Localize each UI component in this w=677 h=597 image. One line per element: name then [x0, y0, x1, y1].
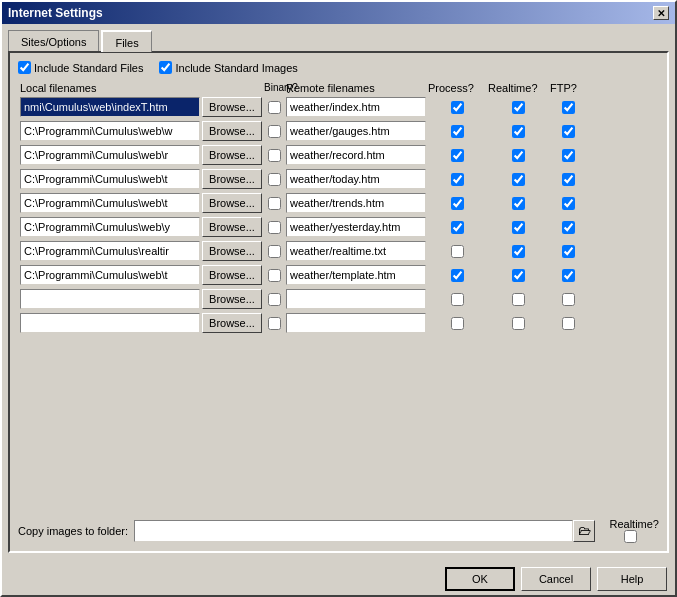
local-filename-input[interactable]	[20, 121, 200, 141]
browse-button[interactable]: Browse...	[202, 121, 262, 141]
include-standard-files-checkbox[interactable]	[18, 61, 31, 74]
realtime-checkbox[interactable]	[512, 293, 525, 306]
remote-filename-input[interactable]	[286, 313, 426, 333]
browse-button[interactable]: Browse...	[202, 193, 262, 213]
binary-cell	[264, 293, 284, 306]
process-cell	[428, 293, 486, 306]
browse-button[interactable]: Browse...	[202, 169, 262, 189]
close-button[interactable]: ✕	[653, 6, 669, 20]
binary-checkbox[interactable]	[268, 245, 281, 258]
process-checkbox[interactable]	[451, 221, 464, 234]
local-filename-input[interactable]	[20, 289, 200, 309]
ftp-checkbox[interactable]	[562, 221, 575, 234]
realtime-checkbox[interactable]	[512, 173, 525, 186]
cancel-button[interactable]: Cancel	[521, 567, 591, 591]
browse-button[interactable]: Browse...	[202, 265, 262, 285]
binary-checkbox[interactable]	[268, 317, 281, 330]
process-checkbox[interactable]	[451, 269, 464, 282]
process-checkbox[interactable]	[451, 293, 464, 306]
ftp-checkbox[interactable]	[562, 245, 575, 258]
ftp-checkbox[interactable]	[562, 173, 575, 186]
browse-button[interactable]: Browse...	[202, 313, 262, 333]
binary-checkbox[interactable]	[268, 197, 281, 210]
binary-checkbox[interactable]	[268, 173, 281, 186]
realtime-checkbox[interactable]	[512, 269, 525, 282]
help-button[interactable]: Help	[597, 567, 667, 591]
folder-browse-button[interactable]: 🗁	[573, 520, 595, 542]
process-cell	[428, 269, 486, 282]
ftp-checkbox[interactable]	[562, 293, 575, 306]
remote-filename-input[interactable]	[286, 217, 426, 237]
ftp-cell	[550, 125, 586, 138]
local-filename-input[interactable]	[20, 241, 200, 261]
copy-images-label: Copy images to folder:	[18, 525, 128, 537]
binary-checkbox[interactable]	[268, 221, 281, 234]
process-checkbox[interactable]	[451, 317, 464, 330]
binary-checkbox[interactable]	[268, 125, 281, 138]
binary-checkbox[interactable]	[268, 269, 281, 282]
local-filename-input[interactable]	[20, 265, 200, 285]
realtime-checkbox[interactable]	[512, 317, 525, 330]
ftp-checkbox[interactable]	[562, 197, 575, 210]
browse-button[interactable]: Browse...	[202, 289, 262, 309]
process-checkbox[interactable]	[451, 197, 464, 210]
ftp-checkbox[interactable]	[562, 269, 575, 282]
realtime-checkbox[interactable]	[512, 221, 525, 234]
process-checkbox[interactable]	[451, 125, 464, 138]
local-filename-input[interactable]	[20, 313, 200, 333]
process-cell	[428, 317, 486, 330]
realtime-cell	[488, 173, 548, 186]
process-cell	[428, 101, 486, 114]
copy-input-wrap: 🗁	[134, 520, 595, 542]
binary-checkbox[interactable]	[268, 101, 281, 114]
remote-filename-input[interactable]	[286, 265, 426, 285]
ftp-checkbox[interactable]	[562, 101, 575, 114]
table-row: Browse...	[18, 120, 659, 142]
include-standard-files-label[interactable]: Include Standard Files	[18, 61, 143, 74]
remote-filename-input[interactable]	[286, 193, 426, 213]
realtime-checkbox[interactable]	[512, 197, 525, 210]
ftp-checkbox[interactable]	[562, 149, 575, 162]
ok-button[interactable]: OK	[445, 567, 515, 591]
include-standard-images-checkbox[interactable]	[159, 61, 172, 74]
tab-sites[interactable]: Sites/Options	[8, 30, 99, 52]
remote-filename-input[interactable]	[286, 241, 426, 261]
table-row: Browse...	[18, 264, 659, 286]
realtime-checkbox[interactable]	[512, 125, 525, 138]
local-filename-input[interactable]	[20, 97, 200, 117]
copy-realtime-checkbox[interactable]	[624, 530, 637, 543]
local-filename-input[interactable]	[20, 145, 200, 165]
realtime-checkbox[interactable]	[512, 245, 525, 258]
process-cell	[428, 197, 486, 210]
realtime-checkbox[interactable]	[512, 149, 525, 162]
local-filename-input[interactable]	[20, 193, 200, 213]
binary-checkbox[interactable]	[268, 149, 281, 162]
realtime-checkbox[interactable]	[512, 101, 525, 114]
remote-filename-input[interactable]	[286, 289, 426, 309]
local-filename-input[interactable]	[20, 217, 200, 237]
ftp-checkbox[interactable]	[562, 317, 575, 330]
table-row: Browse...	[18, 96, 659, 118]
browse-button[interactable]: Browse...	[202, 241, 262, 261]
remote-filename-input[interactable]	[286, 145, 426, 165]
process-checkbox[interactable]	[451, 149, 464, 162]
process-checkbox[interactable]	[451, 173, 464, 186]
binary-checkbox[interactable]	[268, 293, 281, 306]
process-checkbox[interactable]	[451, 101, 464, 114]
remote-filename-input[interactable]	[286, 121, 426, 141]
browse-button[interactable]: Browse...	[202, 217, 262, 237]
header-ftp: FTP?	[550, 82, 586, 94]
browse-button[interactable]: Browse...	[202, 97, 262, 117]
realtime-cell	[488, 245, 548, 258]
include-standard-images-label[interactable]: Include Standard Images	[159, 61, 297, 74]
ftp-cell	[550, 269, 586, 282]
browse-button[interactable]: Browse...	[202, 145, 262, 165]
remote-filename-input[interactable]	[286, 169, 426, 189]
copy-images-input[interactable]	[134, 520, 573, 542]
tab-files[interactable]: Files	[101, 30, 151, 52]
local-filename-input[interactable]	[20, 169, 200, 189]
ftp-checkbox[interactable]	[562, 125, 575, 138]
process-checkbox[interactable]	[451, 245, 464, 258]
remote-filename-input[interactable]	[286, 97, 426, 117]
realtime-cell	[488, 197, 548, 210]
